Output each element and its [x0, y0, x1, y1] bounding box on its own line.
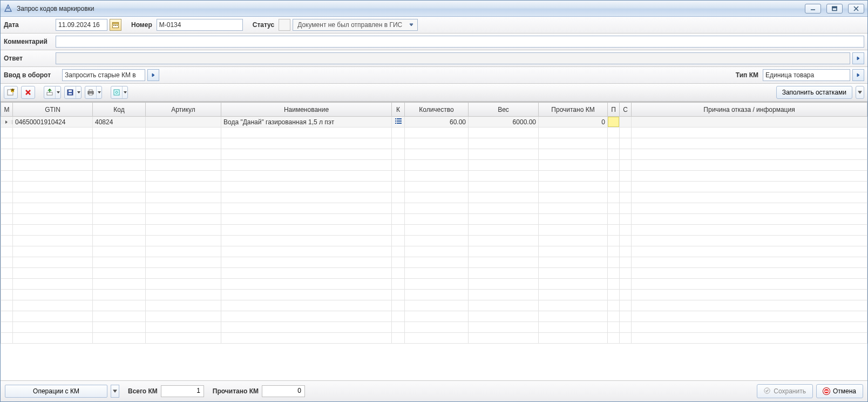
col-read-km[interactable]: Прочитано КМ	[539, 103, 608, 117]
comment-input[interactable]	[56, 36, 864, 48]
table-row[interactable]: 04650001910424 40824 Вода "Данай" газиро…	[1, 117, 867, 128]
request-old-go-button[interactable]	[147, 69, 159, 81]
operations-km-button[interactable]: Операции с КМ	[5, 385, 107, 398]
svg-rect-7	[113, 23, 119, 24]
cell-k[interactable]	[392, 117, 405, 128]
cell-weight[interactable]: 6000.00	[469, 117, 539, 128]
grid-table: М GTIN Код Артикул Наименование К Количе…	[1, 102, 867, 344]
svg-rect-28	[397, 120, 402, 122]
cell-article[interactable]	[146, 117, 221, 128]
chevron-down-icon	[76, 86, 81, 98]
svg-rect-3	[832, 6, 837, 8]
export-button[interactable]	[44, 86, 61, 99]
cell-code[interactable]: 40824	[93, 117, 146, 128]
cell-qty[interactable]: 60.00	[405, 117, 469, 128]
cell-name[interactable]: Вода "Данай" газированная 1,5 л пэт	[221, 117, 392, 128]
status-color-box	[279, 19, 290, 31]
answer-expand-button[interactable]	[852, 52, 864, 64]
list-icon	[395, 119, 402, 126]
window-title: Запрос кодов маркировки	[16, 5, 799, 12]
date-picker-button[interactable]	[110, 19, 121, 31]
cancel-button[interactable]: Отмена	[816, 384, 863, 398]
cell-reason[interactable]	[632, 117, 867, 128]
cell-read-km[interactable]: 0	[539, 117, 608, 128]
type-km-input[interactable]	[763, 69, 850, 81]
type-km-go-button[interactable]	[852, 69, 864, 81]
stop-icon	[823, 388, 830, 394]
app-icon	[4, 4, 12, 13]
status-label: Статус	[253, 21, 276, 29]
svg-rect-23	[114, 90, 119, 95]
answer-input	[56, 52, 850, 64]
read-km-value: 0	[262, 385, 305, 397]
maximize-button[interactable]	[826, 4, 843, 14]
comment-label: Комментарий	[4, 38, 53, 45]
col-reason[interactable]: Причина отказа / информация	[632, 103, 867, 117]
cancel-label: Отмена	[833, 387, 856, 395]
footer: Операции с КМ Всего КМ 1 Прочитано КМ 0 …	[1, 380, 867, 401]
cell-s[interactable]	[620, 117, 632, 128]
save-document-button[interactable]: Сохранить	[757, 384, 813, 398]
status-combo-text: Документ не был отправлен в ГИС	[295, 21, 405, 29]
form-row-3: Ответ	[1, 50, 867, 67]
svg-rect-25	[395, 118, 396, 119]
cell-p[interactable]	[608, 117, 620, 128]
col-code[interactable]: Код	[93, 103, 146, 117]
fill-remains-label: Заполнить остатками	[782, 89, 846, 96]
number-input[interactable]	[157, 19, 243, 31]
svg-rect-8	[113, 25, 114, 26]
svg-rect-19	[69, 93, 72, 95]
answer-label: Ответ	[4, 55, 53, 62]
settings-button[interactable]	[111, 86, 128, 99]
col-k[interactable]: К	[392, 103, 405, 117]
type-km-label: Тип КМ	[736, 71, 761, 79]
new-row-button[interactable]: ★	[4, 86, 18, 99]
svg-rect-16	[47, 92, 52, 95]
print-button[interactable]	[85, 86, 102, 99]
total-km-value: 1	[161, 385, 204, 397]
operations-km-label: Операции с КМ	[33, 387, 79, 395]
svg-point-0	[8, 7, 9, 9]
svg-text:★: ★	[10, 89, 15, 93]
check-icon	[764, 387, 770, 396]
svg-rect-29	[395, 123, 396, 124]
request-old-input[interactable]	[62, 69, 145, 81]
svg-rect-9	[115, 25, 116, 26]
form-row-2: Комментарий	[1, 34, 867, 50]
cell-gtin[interactable]: 04650001910424	[13, 117, 93, 128]
grid[interactable]: М GTIN Код Артикул Наименование К Количе…	[1, 102, 867, 380]
form-row-4: Ввод в оборот Тип КМ	[1, 67, 867, 84]
row-marker[interactable]	[1, 120, 12, 124]
col-gtin[interactable]: GTIN	[13, 103, 93, 117]
close-button[interactable]	[848, 4, 864, 14]
col-article[interactable]: Артикул	[146, 103, 221, 117]
minimize-button[interactable]	[805, 4, 821, 14]
col-qty[interactable]: Количество	[405, 103, 469, 117]
col-p[interactable]: П	[608, 103, 620, 117]
col-weight[interactable]: Вес	[469, 103, 539, 117]
col-name[interactable]: Наименование	[221, 103, 392, 117]
col-m[interactable]: М	[1, 103, 13, 117]
save-document-label: Сохранить	[774, 387, 806, 395]
operations-km-dd[interactable]	[111, 385, 119, 398]
svg-rect-18	[69, 90, 72, 92]
save-button[interactable]	[64, 86, 82, 99]
app-window: Запрос кодов маркировки Дата Номер Стату…	[0, 0, 868, 402]
col-s[interactable]: С	[620, 103, 632, 117]
chevron-down-icon	[55, 86, 60, 98]
content: Дата Номер Статус Документ не был отправ…	[1, 17, 867, 401]
status-combo[interactable]: Документ не был отправлен в ГИС	[293, 19, 418, 31]
total-km-label: Всего КМ	[128, 387, 158, 395]
titlebar: Запрос кодов маркировки	[1, 1, 867, 17]
fill-remains-button[interactable]: Заполнить остатками	[776, 86, 852, 99]
svg-rect-21	[89, 90, 92, 91]
svg-rect-10	[117, 25, 118, 26]
svg-rect-26	[397, 118, 402, 119]
number-label: Номер	[131, 21, 154, 29]
chevron-down-icon	[96, 86, 101, 98]
read-km-label: Прочитано КМ	[213, 387, 259, 395]
fill-remains-dd[interactable]	[856, 86, 864, 99]
svg-rect-30	[397, 123, 402, 124]
delete-row-button[interactable]	[21, 86, 35, 99]
date-input[interactable]	[56, 19, 107, 31]
